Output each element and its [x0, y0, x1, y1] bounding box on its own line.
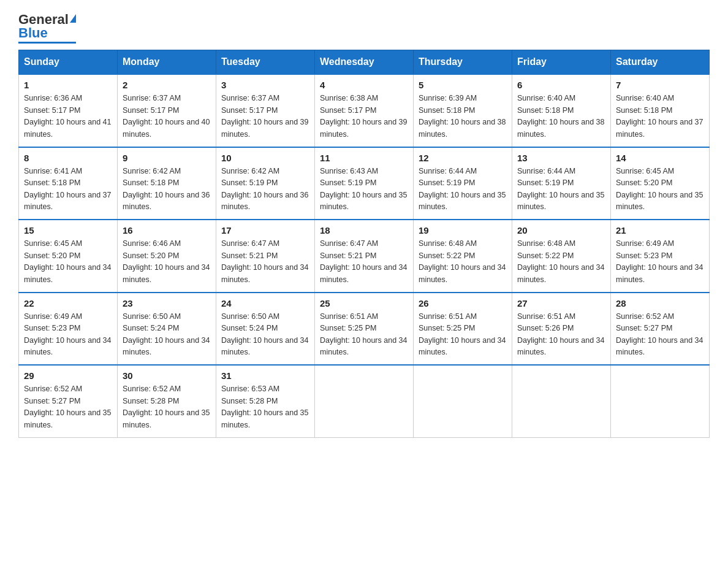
calendar-week-row: 15Sunrise: 6:45 AMSunset: 5:20 PMDayligh…	[19, 220, 710, 293]
calendar-cell: 3Sunrise: 6:37 AMSunset: 5:17 PMDaylight…	[216, 74, 315, 147]
weekday-header-wednesday: Wednesday	[315, 50, 414, 75]
calendar-cell: 8Sunrise: 6:41 AMSunset: 5:18 PMDaylight…	[19, 147, 118, 220]
logo: General Blue	[18, 12, 76, 44]
calendar-cell	[611, 365, 710, 437]
calendar-cell	[315, 365, 414, 437]
calendar-cell: 17Sunrise: 6:47 AMSunset: 5:21 PMDayligh…	[216, 220, 315, 293]
calendar-cell: 21Sunrise: 6:49 AMSunset: 5:23 PMDayligh…	[611, 220, 710, 293]
day-info: Sunrise: 6:50 AMSunset: 5:24 PMDaylight:…	[123, 311, 211, 359]
day-number: 15	[24, 225, 112, 236]
day-number: 3	[221, 80, 309, 90]
calendar-week-row: 29Sunrise: 6:52 AMSunset: 5:27 PMDayligh…	[19, 365, 710, 437]
weekday-header-row: SundayMondayTuesdayWednesdayThursdayFrid…	[19, 50, 710, 75]
day-info: Sunrise: 6:48 AMSunset: 5:22 PMDaylight:…	[517, 238, 605, 286]
day-info: Sunrise: 6:51 AMSunset: 5:26 PMDaylight:…	[517, 311, 605, 359]
calendar-cell: 19Sunrise: 6:48 AMSunset: 5:22 PMDayligh…	[414, 220, 512, 293]
weekday-header-friday: Friday	[512, 50, 611, 75]
calendar-cell: 18Sunrise: 6:47 AMSunset: 5:21 PMDayligh…	[315, 220, 414, 293]
calendar-cell: 31Sunrise: 6:53 AMSunset: 5:28 PMDayligh…	[216, 365, 315, 437]
day-info: Sunrise: 6:37 AMSunset: 5:17 PMDaylight:…	[123, 93, 211, 140]
day-info: Sunrise: 6:52 AMSunset: 5:27 PMDaylight:…	[616, 311, 704, 359]
day-number: 26	[419, 298, 507, 308]
day-number: 7	[616, 80, 704, 90]
day-info: Sunrise: 6:39 AMSunset: 5:18 PMDaylight:…	[419, 93, 507, 140]
day-info: Sunrise: 6:37 AMSunset: 5:17 PMDaylight:…	[221, 93, 309, 140]
day-info: Sunrise: 6:44 AMSunset: 5:19 PMDaylight:…	[517, 166, 605, 213]
calendar-cell: 23Sunrise: 6:50 AMSunset: 5:24 PMDayligh…	[118, 293, 216, 366]
day-number: 27	[517, 298, 605, 308]
day-info: Sunrise: 6:46 AMSunset: 5:20 PMDaylight:…	[123, 238, 211, 286]
day-info: Sunrise: 6:47 AMSunset: 5:21 PMDaylight:…	[221, 238, 309, 286]
day-number: 25	[320, 298, 408, 308]
day-number: 20	[517, 225, 605, 236]
day-info: Sunrise: 6:42 AMSunset: 5:18 PMDaylight:…	[123, 166, 211, 213]
day-info: Sunrise: 6:52 AMSunset: 5:27 PMDaylight:…	[24, 383, 112, 431]
day-info: Sunrise: 6:45 AMSunset: 5:20 PMDaylight:…	[24, 238, 112, 286]
day-number: 2	[123, 80, 211, 90]
calendar-cell: 20Sunrise: 6:48 AMSunset: 5:22 PMDayligh…	[512, 220, 611, 293]
weekday-header-thursday: Thursday	[414, 50, 512, 75]
calendar-week-row: 22Sunrise: 6:49 AMSunset: 5:23 PMDayligh…	[19, 293, 710, 366]
day-number: 6	[517, 80, 605, 90]
day-info: Sunrise: 6:40 AMSunset: 5:18 PMDaylight:…	[616, 93, 704, 140]
day-number: 28	[616, 298, 704, 308]
day-info: Sunrise: 6:41 AMSunset: 5:18 PMDaylight:…	[24, 166, 112, 213]
page-header: General Blue	[18, 12, 710, 44]
day-number: 12	[419, 153, 507, 163]
day-info: Sunrise: 6:38 AMSunset: 5:17 PMDaylight:…	[320, 93, 408, 140]
day-number: 21	[616, 225, 704, 236]
day-number: 8	[24, 153, 112, 163]
calendar-week-row: 1Sunrise: 6:36 AMSunset: 5:17 PMDaylight…	[19, 74, 710, 147]
day-number: 11	[320, 153, 408, 163]
calendar-cell: 14Sunrise: 6:45 AMSunset: 5:20 PMDayligh…	[611, 147, 710, 220]
logo-underline	[18, 42, 76, 44]
calendar-cell: 25Sunrise: 6:51 AMSunset: 5:25 PMDayligh…	[315, 293, 414, 366]
day-info: Sunrise: 6:47 AMSunset: 5:21 PMDaylight:…	[320, 238, 408, 286]
day-info: Sunrise: 6:50 AMSunset: 5:24 PMDaylight:…	[221, 311, 309, 359]
day-number: 23	[123, 298, 211, 308]
day-number: 24	[221, 298, 309, 308]
day-info: Sunrise: 6:48 AMSunset: 5:22 PMDaylight:…	[419, 238, 507, 286]
day-number: 30	[123, 370, 211, 381]
calendar-cell	[414, 365, 512, 437]
day-info: Sunrise: 6:40 AMSunset: 5:18 PMDaylight:…	[517, 93, 605, 140]
calendar-cell: 9Sunrise: 6:42 AMSunset: 5:18 PMDaylight…	[118, 147, 216, 220]
day-info: Sunrise: 6:45 AMSunset: 5:20 PMDaylight:…	[616, 166, 704, 213]
day-number: 13	[517, 153, 605, 163]
day-number: 5	[419, 80, 507, 90]
day-info: Sunrise: 6:44 AMSunset: 5:19 PMDaylight:…	[419, 166, 507, 213]
day-number: 29	[24, 370, 112, 381]
calendar-cell: 30Sunrise: 6:52 AMSunset: 5:28 PMDayligh…	[118, 365, 216, 437]
day-info: Sunrise: 6:53 AMSunset: 5:28 PMDaylight:…	[221, 383, 309, 431]
day-info: Sunrise: 6:51 AMSunset: 5:25 PMDaylight:…	[419, 311, 507, 359]
calendar-cell: 11Sunrise: 6:43 AMSunset: 5:19 PMDayligh…	[315, 147, 414, 220]
day-info: Sunrise: 6:36 AMSunset: 5:17 PMDaylight:…	[24, 93, 112, 140]
calendar-cell: 10Sunrise: 6:42 AMSunset: 5:19 PMDayligh…	[216, 147, 315, 220]
calendar-cell: 24Sunrise: 6:50 AMSunset: 5:24 PMDayligh…	[216, 293, 315, 366]
day-info: Sunrise: 6:52 AMSunset: 5:28 PMDaylight:…	[123, 383, 211, 431]
day-number: 18	[320, 225, 408, 236]
day-number: 1	[24, 80, 112, 90]
calendar-cell: 16Sunrise: 6:46 AMSunset: 5:20 PMDayligh…	[118, 220, 216, 293]
calendar-cell	[512, 365, 611, 437]
day-info: Sunrise: 6:49 AMSunset: 5:23 PMDaylight:…	[616, 238, 704, 286]
day-info: Sunrise: 6:49 AMSunset: 5:23 PMDaylight:…	[24, 311, 112, 359]
calendar-cell: 22Sunrise: 6:49 AMSunset: 5:23 PMDayligh…	[19, 293, 118, 366]
day-number: 17	[221, 225, 309, 236]
day-number: 22	[24, 298, 112, 308]
calendar-cell: 6Sunrise: 6:40 AMSunset: 5:18 PMDaylight…	[512, 74, 611, 147]
logo-blue: Blue	[18, 26, 48, 40]
day-number: 16	[123, 225, 211, 236]
calendar-cell: 1Sunrise: 6:36 AMSunset: 5:17 PMDaylight…	[19, 74, 118, 147]
calendar-week-row: 8Sunrise: 6:41 AMSunset: 5:18 PMDaylight…	[19, 147, 710, 220]
weekday-header-sunday: Sunday	[19, 50, 118, 75]
calendar-cell: 29Sunrise: 6:52 AMSunset: 5:27 PMDayligh…	[19, 365, 118, 437]
day-info: Sunrise: 6:43 AMSunset: 5:19 PMDaylight:…	[320, 166, 408, 213]
weekday-header-tuesday: Tuesday	[216, 50, 315, 75]
day-number: 14	[616, 153, 704, 163]
calendar-cell: 27Sunrise: 6:51 AMSunset: 5:26 PMDayligh…	[512, 293, 611, 366]
weekday-header-saturday: Saturday	[611, 50, 710, 75]
calendar-cell: 5Sunrise: 6:39 AMSunset: 5:18 PMDaylight…	[414, 74, 512, 147]
calendar-cell: 15Sunrise: 6:45 AMSunset: 5:20 PMDayligh…	[19, 220, 118, 293]
calendar-table: SundayMondayTuesdayWednesdayThursdayFrid…	[18, 50, 710, 438]
